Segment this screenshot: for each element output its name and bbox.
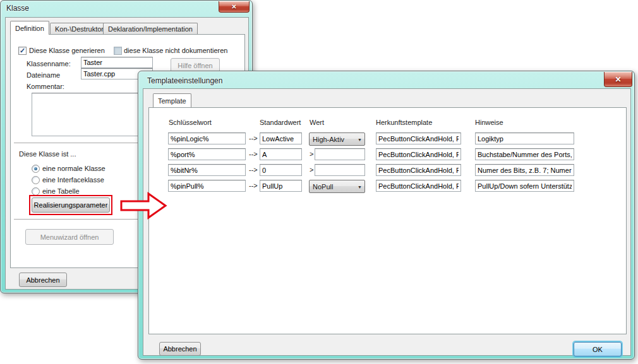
tab-label: Template bbox=[158, 97, 186, 105]
abbrechen-button[interactable]: Abbrechen bbox=[19, 273, 67, 287]
column-header-herkunftstemplate: Herkunftstemplate bbox=[376, 119, 432, 126]
origin-template-input[interactable] bbox=[376, 148, 461, 160]
diese-klasse-ist-label: Diese Klasse ist ... bbox=[19, 150, 76, 158]
red-arrow-icon bbox=[117, 191, 171, 223]
menuwizard-button[interactable]: Menuwizard öffnen bbox=[25, 229, 114, 245]
tab-kon-destruktor[interactable]: Kon-\Destruktor bbox=[50, 23, 109, 35]
radio-tabelle-label: eine Tabelle bbox=[42, 187, 80, 195]
gt-label: > bbox=[310, 150, 313, 158]
close-button[interactable]: ✕ bbox=[604, 72, 632, 87]
close-button[interactable]: ✕ bbox=[219, 1, 250, 13]
column-header-hinweise: Hinweise bbox=[475, 119, 503, 126]
klassenname-label: Klassenname: bbox=[27, 60, 71, 68]
tab-label: Kon-\Destruktor bbox=[55, 25, 104, 33]
default-value-input[interactable] bbox=[260, 132, 302, 144]
dropdown-value: NoPull bbox=[313, 183, 333, 191]
tab-deklaration-implementation[interactable]: Deklaration/Implementation bbox=[103, 23, 198, 35]
generate-class-checkbox[interactable]: ✓ bbox=[18, 47, 27, 55]
radio-interfaceklasse-label: eine Interfaceklasse bbox=[42, 176, 104, 184]
close-icon: ✕ bbox=[615, 75, 621, 84]
tab-label: Deklaration/Implementation bbox=[108, 25, 193, 33]
keyword-input[interactable] bbox=[168, 180, 246, 192]
keyword-input[interactable] bbox=[168, 132, 246, 144]
realisierungsparameter-button[interactable]: Realisierungsparameter bbox=[32, 197, 110, 213]
no-doc-label: diese Klasse nicht dokumentieren bbox=[124, 47, 227, 54]
hint-input[interactable] bbox=[475, 180, 574, 192]
wert-dropdown[interactable]: NoPull ▼ bbox=[309, 180, 365, 193]
tab-template[interactable]: Template bbox=[153, 93, 191, 107]
default-value-input[interactable] bbox=[260, 148, 302, 160]
klassenname-input[interactable] bbox=[81, 57, 153, 68]
gt-label: > bbox=[310, 166, 313, 173]
ok-button[interactable]: OK bbox=[574, 342, 622, 356]
generate-class-label: Diese Klasse generieren bbox=[29, 47, 105, 54]
tab-label: Definition bbox=[15, 25, 44, 32]
wert-dropdown[interactable]: High-Aktiv ▼ bbox=[309, 132, 365, 146]
origin-template-input[interactable] bbox=[376, 180, 461, 192]
klasse-dialog-title: Klasse bbox=[6, 4, 29, 13]
maps-to-arrow: --> bbox=[249, 134, 258, 142]
wert-input[interactable] bbox=[315, 148, 365, 160]
template-dialog-title: Templateeinstellungen bbox=[147, 76, 222, 85]
wert-input[interactable] bbox=[315, 164, 365, 176]
chevron-down-icon: ▼ bbox=[358, 184, 362, 189]
chevron-down-icon: ▼ bbox=[358, 137, 362, 141]
dateiname-label: Dateiname bbox=[27, 71, 60, 79]
default-value-input[interactable] bbox=[260, 164, 302, 176]
default-value-input[interactable] bbox=[260, 180, 302, 192]
hint-input[interactable] bbox=[475, 148, 574, 160]
origin-template-input[interactable] bbox=[376, 164, 461, 176]
kommentar-label: Kommentar: bbox=[27, 83, 64, 90]
check-icon: ✓ bbox=[20, 47, 25, 54]
dropdown-value: High-Aktiv bbox=[313, 136, 344, 143]
column-header-standardwert: Standardwert bbox=[260, 119, 301, 126]
column-header-schluesselwort: Schlüsselwort bbox=[169, 119, 212, 126]
column-header-wert: Wert bbox=[310, 119, 324, 126]
template-dialog-body: Template Schlüsselwort Standardwert Wert… bbox=[143, 88, 631, 356]
close-icon: ✕ bbox=[231, 3, 236, 10]
tab-definition[interactable]: Definition bbox=[10, 21, 49, 35]
maps-to-arrow: --> bbox=[249, 150, 258, 158]
radio-normale-klasse[interactable] bbox=[32, 165, 40, 173]
radio-interfaceklasse[interactable] bbox=[32, 176, 40, 184]
origin-template-input[interactable] bbox=[376, 132, 461, 144]
maps-to-arrow: --> bbox=[249, 182, 258, 189]
template-dialog-window: Templateeinstellungen ✕ Template Schlüss… bbox=[138, 71, 635, 360]
hint-input[interactable] bbox=[475, 132, 574, 144]
abbrechen-button[interactable]: Abbrechen bbox=[159, 342, 201, 356]
radio-normale-klasse-label: eine normale Klasse bbox=[42, 165, 105, 172]
keyword-input[interactable] bbox=[168, 164, 246, 176]
keyword-input[interactable] bbox=[168, 148, 246, 160]
no-doc-checkbox[interactable] bbox=[114, 47, 122, 55]
hint-input[interactable] bbox=[475, 164, 574, 176]
maps-to-arrow: --> bbox=[249, 166, 258, 173]
